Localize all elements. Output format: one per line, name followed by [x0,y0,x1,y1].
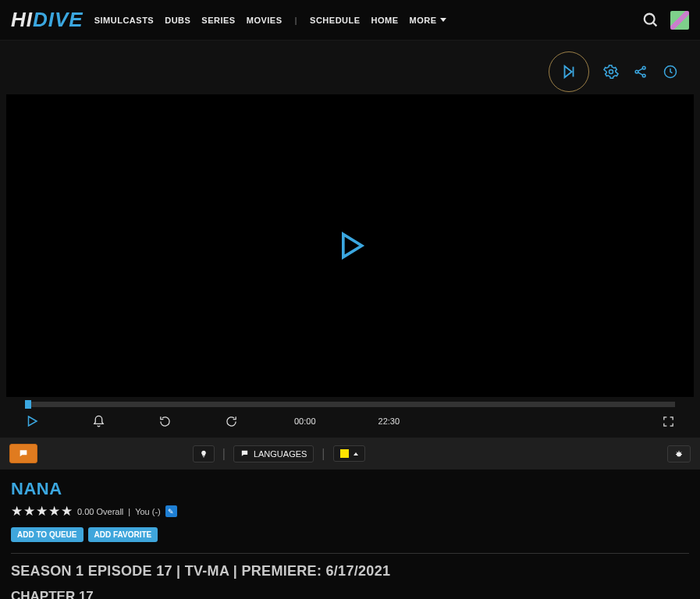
lights-button[interactable] [193,445,215,463]
separator: | [222,447,226,461]
edit-rating-icon[interactable]: ✎ [165,505,177,517]
notification-icon[interactable] [92,415,105,428]
separator: | [322,447,325,461]
nav-movies[interactable]: MOVIES [247,16,282,25]
next-episode-button[interactable] [549,51,589,92]
nav-dubs[interactable]: DUBS [165,16,190,25]
player-controls: 00:00 22:30 [6,407,694,438]
history-icon[interactable] [663,64,678,80]
svg-point-5 [635,70,638,73]
languages-button[interactable]: LANGUAGES [233,445,314,463]
total-time: 22:30 [378,416,400,426]
rating-overall: 0.00 Overall [77,507,123,516]
header-right [642,11,689,30]
svg-marker-12 [29,416,37,426]
main-content: 00:00 22:30 [0,41,700,438]
nav-separator: | [295,16,298,25]
progress-bar[interactable] [6,397,694,407]
svg-line-1 [653,22,657,26]
svg-line-17 [677,452,677,452]
current-time: 00:00 [294,416,316,426]
star-icon[interactable]: ★ [48,503,60,519]
subtitle-color-button[interactable] [333,445,365,462]
main-nav: SIMULCASTS DUBS SERIES MOVIES | SCHEDULE… [94,16,446,25]
report-bug-button[interactable] [667,445,691,463]
nav-schedule[interactable]: SCHEDULE [310,16,361,25]
svg-point-7 [642,74,645,77]
logo[interactable]: HIDIVE [11,8,84,32]
play-button[interactable] [25,414,39,428]
video-player[interactable] [6,94,694,397]
nav-more[interactable]: MORE [410,16,446,25]
title-block: NANA ★ ★ ★ ★ ★ 0.00 Overall | You (-) ✎ … [0,470,700,599]
nav-simulcasts[interactable]: SIMULCASTS [94,16,155,25]
search-icon[interactable] [642,12,659,29]
gear-icon[interactable] [603,64,619,80]
comments-button[interactable] [9,444,37,463]
star-icon[interactable]: ★ [36,503,48,519]
rating-you: You (-) [135,507,161,516]
svg-marker-11 [343,234,361,257]
star-icon[interactable]: ★ [61,503,73,519]
progress-handle[interactable] [25,400,31,409]
svg-line-9 [638,73,643,75]
rating-line: ★ ★ ★ ★ ★ 0.00 Overall | You (-) ✎ [11,503,689,519]
svg-point-0 [645,13,655,23]
info-bar: | LANGUAGES | [0,438,700,470]
caret-down-icon [440,18,446,22]
show-title[interactable]: NANA [11,479,689,499]
svg-line-8 [638,69,643,71]
star-icon[interactable]: ★ [11,503,23,519]
caret-up-icon [354,452,358,455]
action-buttons: ADD TO QUEUE ADD FAVORITE [11,527,689,542]
rewind-10-icon[interactable] [158,415,172,428]
share-icon[interactable] [633,64,648,80]
fullscreen-icon[interactable] [662,415,675,428]
star-rating[interactable]: ★ ★ ★ ★ ★ [11,503,73,519]
big-play-button[interactable] [333,229,368,263]
nav-home[interactable]: HOME [371,16,399,25]
episode-meta: SEASON 1 EPISODE 17 | TV-MA | PREMIERE: … [11,563,689,580]
avatar[interactable] [670,11,689,30]
svg-marker-2 [565,66,572,78]
player-topbar [6,41,694,94]
divider [11,553,689,554]
star-icon[interactable]: ★ [23,503,35,519]
add-to-queue-button[interactable]: ADD TO QUEUE [11,527,84,542]
top-header: HIDIVE SIMULCASTS DUBS SERIES MOVIES | S… [0,0,700,41]
svg-point-4 [609,70,613,74]
svg-line-18 [680,452,681,452]
svg-point-6 [642,66,645,69]
chapter-title: CHAPTER 17 [11,589,689,599]
yellow-swatch [340,449,349,458]
rating-sep: | [128,507,130,516]
add-favorite-button[interactable]: ADD FAVORITE [88,527,158,542]
forward-10-icon[interactable] [225,415,238,428]
nav-series[interactable]: SERIES [201,16,235,25]
